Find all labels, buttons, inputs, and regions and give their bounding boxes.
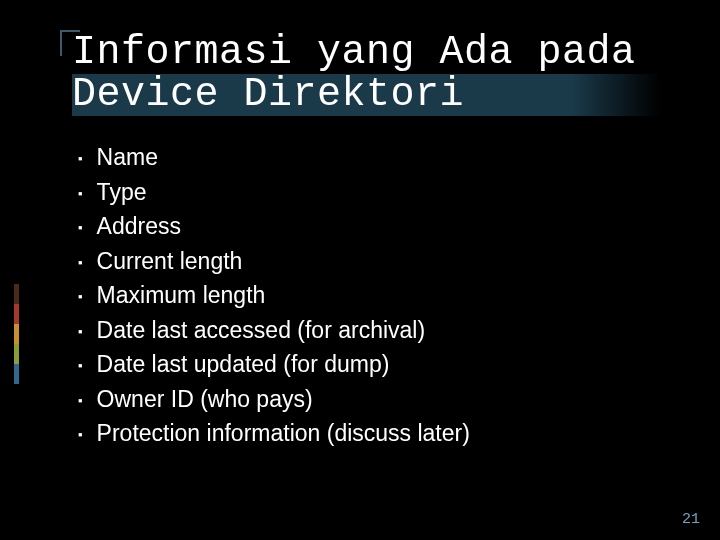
list-item: ▪ Date last updated (for dump): [78, 347, 640, 382]
bullet-icon: ▪: [78, 218, 83, 238]
list-item-text: Maximum length: [97, 278, 266, 313]
bullet-icon: ▪: [78, 253, 83, 273]
list-item-text: Protection information (discuss later): [97, 416, 470, 451]
list-item: ▪ Current length: [78, 244, 640, 279]
list-item-text: Current length: [97, 244, 243, 279]
bullet-icon: ▪: [78, 184, 83, 204]
list-item-text: Owner ID (who pays): [97, 382, 313, 417]
list-item: ▪ Protection information (discuss later): [78, 416, 640, 451]
list-item: ▪ Type: [78, 175, 640, 210]
accent-segment: [14, 284, 19, 304]
sidebar-accent: [14, 284, 19, 384]
accent-segment: [14, 364, 19, 384]
list-item-text: Type: [97, 175, 147, 210]
accent-segment: [14, 324, 19, 344]
list-item: ▪ Maximum length: [78, 278, 640, 313]
list-item-text: Date last updated (for dump): [97, 347, 390, 382]
bullet-icon: ▪: [78, 287, 83, 307]
slide: Informasi yang Ada pada Device Direktori…: [0, 0, 720, 540]
list-item-text: Name: [97, 140, 158, 175]
list-item: ▪ Owner ID (who pays): [78, 382, 640, 417]
bullet-icon: ▪: [78, 425, 83, 445]
accent-segment: [14, 344, 19, 364]
list-item-text: Address: [97, 209, 181, 244]
page-number: 21: [682, 511, 700, 528]
list-item-text: Date last accessed (for archival): [97, 313, 426, 348]
bullet-icon: ▪: [78, 149, 83, 169]
bullet-icon: ▪: [78, 391, 83, 411]
accent-segment: [14, 304, 19, 324]
bullet-list: ▪ Name ▪ Type ▪ Address ▪ Current length…: [78, 140, 640, 451]
list-item: ▪ Address: [78, 209, 640, 244]
bullet-icon: ▪: [78, 322, 83, 342]
slide-title: Informasi yang Ada pada Device Direktori: [72, 32, 660, 116]
list-item: ▪ Date last accessed (for archival): [78, 313, 640, 348]
bullet-icon: ▪: [78, 356, 83, 376]
list-item: ▪ Name: [78, 140, 640, 175]
